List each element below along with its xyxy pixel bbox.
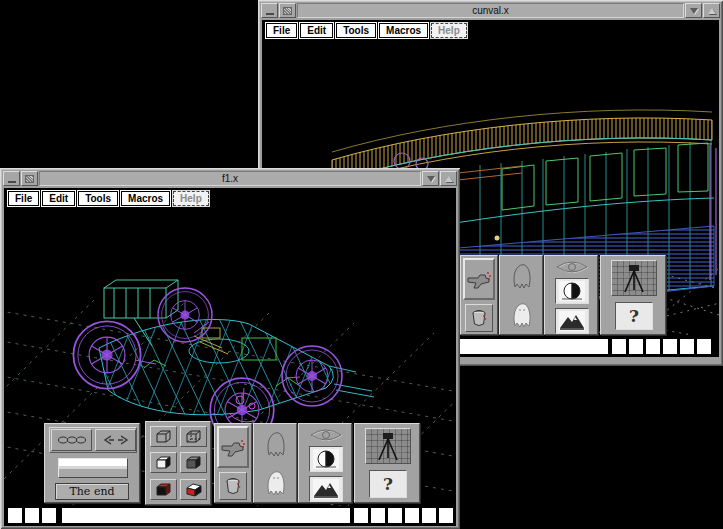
desktop: cunval.x	[0, 0, 723, 529]
filmstrip-cell[interactable]	[646, 339, 660, 354]
filmstrip-cell[interactable]	[405, 508, 419, 523]
render-scene-icon	[559, 311, 585, 331]
menu-macros[interactable]: Macros	[379, 23, 428, 38]
window-title: f1.x	[39, 171, 421, 186]
the-end-button[interactable]: The end	[55, 483, 129, 500]
menu-tools[interactable]: Tools	[78, 191, 118, 206]
question-mark-icon: ?	[629, 308, 639, 325]
action-group	[49, 427, 137, 453]
menubar-front: File Edit Tools Macros Help	[8, 191, 209, 206]
filmstrip-cell[interactable]	[697, 339, 711, 354]
filmstrip-cell[interactable]	[629, 339, 643, 354]
render-scene-button[interactable]	[309, 476, 343, 502]
filmstrip-cell[interactable]	[354, 508, 368, 523]
spray-gun-button[interactable]	[463, 258, 495, 300]
filmstrip-front	[4, 506, 456, 526]
shaded-cube-dark-icon	[184, 455, 204, 471]
swap-arrows-button[interactable]	[95, 429, 136, 451]
red-cube-button[interactable]	[150, 479, 177, 500]
window-menu-button[interactable]	[3, 171, 20, 186]
window-pattern-button[interactable]	[279, 3, 296, 18]
shaded-cube-dark-button[interactable]	[180, 452, 207, 473]
camera-tripod-button[interactable]	[611, 260, 657, 296]
maximize-button[interactable]	[440, 171, 457, 186]
swap-arrows-icon	[101, 434, 131, 446]
panel-ghost	[253, 423, 297, 503]
menu-edit[interactable]: Edit	[300, 23, 333, 38]
filmstrip-cell[interactable]	[422, 508, 436, 523]
menu-tools[interactable]: Tools	[336, 23, 376, 38]
render-sphere-button[interactable]	[309, 446, 343, 472]
question-mark-icon: ?	[383, 476, 393, 493]
eye-icon	[554, 259, 590, 275]
panel-render	[544, 255, 598, 335]
wireframe-cube-hidden-button[interactable]	[180, 426, 207, 447]
triangle-up-icon	[708, 8, 716, 14]
render-sphere-button[interactable]	[555, 278, 589, 304]
menu-help[interactable]: Help	[173, 191, 209, 206]
ghost-solid-button[interactable]	[262, 466, 290, 500]
triangle-up-icon	[445, 176, 453, 182]
ghost-solid-button[interactable]	[508, 298, 536, 332]
maximize-button[interactable]	[703, 3, 720, 18]
camera-tripod-button[interactable]	[365, 428, 411, 464]
window-menu-button[interactable]	[261, 3, 278, 18]
filmstrip-cell[interactable]	[663, 339, 677, 354]
menu-file[interactable]: File	[8, 191, 39, 206]
help-button[interactable]: ?	[369, 470, 407, 498]
filmstrip-cell[interactable]	[439, 508, 453, 523]
paint-bucket-button[interactable]	[219, 472, 247, 500]
ghost-outline-button[interactable]	[508, 260, 536, 292]
render-sphere-icon	[559, 281, 585, 301]
menubar-back: File Edit Tools Macros Help	[266, 23, 467, 38]
toolbar-front: The end	[44, 421, 420, 505]
menu-file[interactable]: File	[266, 23, 297, 38]
wireframe-cube-button[interactable]	[150, 426, 177, 447]
panel-display-modes	[145, 421, 211, 505]
window-pattern-button[interactable]	[21, 171, 38, 186]
menu-help[interactable]: Help	[431, 23, 467, 38]
panel-render	[298, 423, 352, 503]
chain-icon	[57, 434, 87, 446]
window-title: cunval.x	[297, 3, 684, 18]
red-cube-alt-button[interactable]	[180, 479, 207, 500]
red-cube-alt-icon	[184, 482, 204, 498]
panel-ghost	[499, 255, 543, 335]
minimize-button[interactable]	[422, 171, 439, 186]
filmstrip-cell[interactable]	[25, 508, 39, 523]
wireframe-cube-icon	[154, 429, 174, 445]
chain-button[interactable]	[51, 429, 92, 451]
spray-gun-icon	[466, 269, 492, 289]
action-bar-button[interactable]	[58, 458, 128, 478]
ghost-solid-icon	[265, 470, 287, 496]
help-button[interactable]: ?	[615, 302, 653, 330]
panel-paint	[214, 423, 252, 503]
spray-gun-button[interactable]	[217, 426, 249, 468]
camera-tripod-icon	[371, 431, 405, 461]
filmstrip-cell[interactable]	[42, 508, 56, 523]
panel-paint	[460, 255, 498, 335]
filmstrip-cell[interactable]	[8, 508, 22, 523]
window-menu-line-icon	[266, 13, 274, 15]
menu-edit[interactable]: Edit	[42, 191, 75, 206]
ghost-outline-button[interactable]	[262, 428, 290, 460]
render-sphere-icon	[313, 449, 339, 469]
minimize-button[interactable]	[685, 3, 702, 18]
render-scene-button[interactable]	[555, 308, 589, 334]
filmstrip-cell[interactable]	[388, 508, 402, 523]
menu-macros[interactable]: Macros	[121, 191, 170, 206]
shaded-cube-light-button[interactable]	[150, 452, 177, 473]
spray-gun-icon	[220, 437, 246, 457]
paint-bucket-button[interactable]	[465, 304, 493, 332]
filmstrip-cell[interactable]	[612, 339, 626, 354]
wireframe-cube-hidden-icon	[184, 429, 204, 445]
red-cube-icon	[154, 482, 174, 498]
filmstrip-cell[interactable]	[680, 339, 694, 354]
viewport-front[interactable]: File Edit Tools Macros Help	[4, 188, 456, 506]
filmstrip-cell[interactable]	[371, 508, 385, 523]
window-pattern-icon	[283, 7, 292, 15]
ghost-outline-icon	[265, 431, 287, 457]
window-front: f1.x	[0, 168, 460, 529]
shaded-cube-light-icon	[154, 455, 174, 471]
filmstrip-bar[interactable]	[62, 508, 350, 523]
